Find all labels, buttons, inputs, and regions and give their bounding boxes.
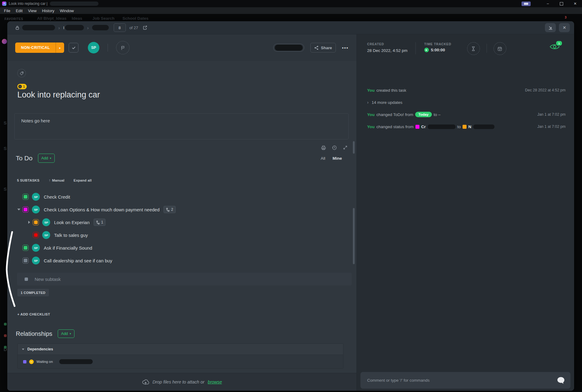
dependency-row[interactable]: – Waiting on bbox=[18, 355, 343, 368]
subtask-label[interactable]: Ask if Financially Sound bbox=[44, 245, 92, 251]
more-updates-label[interactable]: 14 more updates bbox=[372, 100, 402, 105]
subtask-row[interactable]: SP Talk to sales guy bbox=[7, 229, 356, 241]
estimate-hourglass-button[interactable] bbox=[467, 42, 480, 55]
attachment-dropzone[interactable]: Drop files here to attach or browse bbox=[7, 373, 356, 391]
browse-link[interactable]: browse bbox=[208, 380, 222, 384]
new-subtask-input[interactable]: New subtask bbox=[17, 273, 352, 285]
subtask-label[interactable]: Check Credit bbox=[44, 194, 70, 199]
status-button[interactable]: NON-CRITICAL ▸ bbox=[15, 43, 64, 53]
collapse-button[interactable] bbox=[545, 23, 556, 32]
expand-all-button[interactable]: Expand all bbox=[74, 179, 92, 182]
subtask-label[interactable]: Talk to sales guy bbox=[54, 233, 88, 238]
status-label[interactable]: NON-CRITICAL bbox=[15, 43, 56, 53]
background-tab[interactable]: All Blvpt_Ideas bbox=[37, 16, 67, 21]
subtask-label[interactable]: Call dealership and see if can buy bbox=[44, 258, 112, 263]
sort-button[interactable]: ↑Manual bbox=[49, 178, 64, 182]
external-link-icon[interactable] bbox=[143, 25, 147, 30]
add-relationship-button[interactable]: Add ▾ bbox=[58, 329, 74, 338]
notes-text[interactable]: Notes go here bbox=[21, 118, 348, 123]
subtask-assignee-avatar[interactable]: SP bbox=[42, 231, 50, 239]
time-tracked-block[interactable]: TIME TRACKED 5:00:00 bbox=[424, 42, 451, 52]
background-tab[interactable]: Job Search bbox=[92, 16, 115, 21]
subtask-assignee-avatar[interactable]: SP bbox=[32, 193, 40, 201]
due-date-button[interactable] bbox=[494, 42, 506, 55]
share-button[interactable]: Share bbox=[310, 43, 336, 53]
send-comment-button[interactable] bbox=[557, 377, 565, 384]
subtask-status-square[interactable] bbox=[22, 206, 29, 213]
comment-input[interactable]: Comment or type '/' for commands bbox=[360, 372, 570, 389]
menu-view[interactable]: View bbox=[25, 9, 39, 13]
subtask-label[interactable]: Look on Experian bbox=[54, 220, 90, 225]
task-position-input[interactable]: 8 bbox=[114, 23, 126, 32]
activity-user[interactable]: You bbox=[367, 124, 375, 129]
subtask-assignee-avatar[interactable]: SP bbox=[42, 218, 50, 226]
redacted-breadcrumb[interactable] bbox=[92, 25, 109, 30]
subtask-count-value: 1 bbox=[101, 220, 103, 224]
redacted-field[interactable] bbox=[273, 44, 304, 52]
subtask-assignee-avatar[interactable]: SP bbox=[32, 257, 40, 264]
scrollbar-thumb[interactable] bbox=[353, 208, 355, 264]
history-icon bbox=[332, 145, 337, 151]
collapse-expander[interactable] bbox=[15, 209, 22, 210]
close-modal-button[interactable]: ✕ bbox=[559, 23, 570, 32]
filter-all[interactable]: All bbox=[321, 156, 325, 161]
close-window-button[interactable]: ✕ bbox=[568, 0, 582, 7]
subtask-status-square[interactable] bbox=[22, 194, 29, 200]
more-actions-button[interactable]: ••• bbox=[342, 45, 349, 50]
notes-editor[interactable]: Notes go here bbox=[14, 113, 349, 139]
filter-mine[interactable]: Mine bbox=[332, 156, 342, 161]
more-updates-row[interactable]: › 14 more updates bbox=[367, 99, 566, 106]
subtask-row[interactable]: SP Check Credit bbox=[7, 190, 356, 203]
activity-text: created this task bbox=[377, 88, 406, 93]
subtask-row[interactable]: SP Look on Experian 1 bbox=[7, 216, 356, 229]
subtask-status-square[interactable] bbox=[22, 245, 29, 251]
subtask-status-square[interactable] bbox=[33, 219, 39, 225]
created-value: 28 Dec 2022, 4:52 pm bbox=[367, 48, 408, 53]
subtask-row[interactable]: SP Ask if Financially Sound bbox=[7, 241, 356, 254]
subtask-label[interactable]: Check Loan Options & How much down payme… bbox=[44, 207, 160, 212]
subtask-count-badge[interactable]: 2 bbox=[164, 206, 176, 213]
subtask-assignee-avatar[interactable]: SP bbox=[32, 244, 40, 252]
scrollbar-thumb[interactable] bbox=[353, 141, 355, 154]
assignee-avatar[interactable]: SP bbox=[88, 42, 99, 53]
subtask-status-square[interactable] bbox=[33, 232, 39, 238]
background-tab[interactable]: Ideas bbox=[72, 16, 82, 21]
status-next-arrow[interactable]: ▸ bbox=[56, 43, 64, 53]
history-button[interactable] bbox=[332, 145, 337, 151]
subtask-row[interactable]: SP Check Loan Options & How much down pa… bbox=[7, 203, 356, 216]
subtask-assignee-avatar[interactable]: SP bbox=[32, 206, 40, 213]
subtask-status-square[interactable] bbox=[22, 257, 29, 264]
menu-edit[interactable]: Edit bbox=[13, 9, 25, 13]
menu-window[interactable]: Window bbox=[57, 9, 77, 13]
maximize-button[interactable] bbox=[555, 0, 568, 7]
screen-share-icon bbox=[522, 2, 531, 6]
activity-user[interactable]: You bbox=[367, 112, 375, 117]
task-title[interactable]: Look into replacing car bbox=[17, 90, 100, 100]
comment-count-badge[interactable]: – 1 bbox=[17, 84, 27, 89]
add-subtask-button[interactable]: Add ▾ bbox=[38, 154, 55, 163]
expand-button[interactable] bbox=[343, 145, 348, 151]
menu-history[interactable]: History bbox=[39, 9, 57, 13]
print-button[interactable] bbox=[321, 145, 326, 151]
redacted-dependency-task[interactable] bbox=[59, 359, 93, 364]
today-pill[interactable]: Today bbox=[415, 112, 432, 117]
background-tab[interactable]: School Dates bbox=[122, 16, 149, 21]
add-checklist-button[interactable]: + ADD CHECKLIST bbox=[17, 312, 50, 316]
redacted-breadcrumb[interactable] bbox=[22, 25, 55, 30]
minimize-button[interactable]: – bbox=[541, 0, 555, 7]
mark-complete-button[interactable] bbox=[69, 43, 78, 53]
play-timer-icon[interactable] bbox=[424, 48, 429, 52]
priority-flag-button[interactable] bbox=[116, 41, 129, 54]
redacted-status bbox=[428, 124, 456, 129]
dependencies-header[interactable]: Dependencies bbox=[18, 344, 343, 355]
completed-toggle[interactable]: 1 COMPLETED bbox=[17, 289, 49, 296]
subtask-count-badge[interactable]: 1 bbox=[94, 219, 106, 226]
redacted-breadcrumb[interactable] bbox=[65, 25, 84, 30]
subtask-row[interactable]: SP Call dealership and see if can buy bbox=[7, 254, 356, 267]
watchers-button[interactable]: 1 bbox=[549, 43, 561, 52]
chevron-right-icon: › bbox=[367, 100, 369, 105]
activity-user[interactable]: You bbox=[367, 88, 375, 93]
add-tag-button[interactable] bbox=[17, 69, 26, 77]
dependencies-panel: Dependencies – Waiting on bbox=[17, 343, 343, 369]
expand-expander[interactable] bbox=[26, 221, 33, 224]
